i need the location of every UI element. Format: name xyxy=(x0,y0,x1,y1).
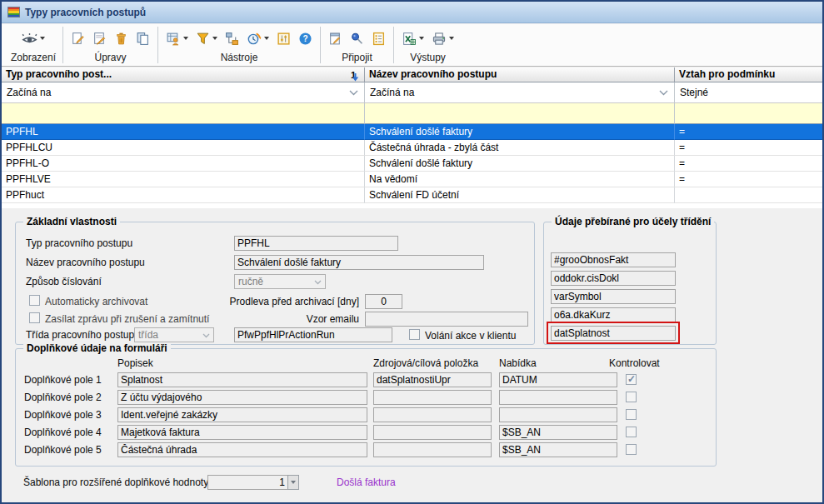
copy-record-icon xyxy=(136,32,150,46)
nabidka-field[interactable] xyxy=(499,442,617,457)
chevron-down-icon xyxy=(264,37,269,40)
popisek-field[interactable] xyxy=(117,407,367,422)
actions-button[interactable] xyxy=(165,31,189,47)
popisek-field[interactable] xyxy=(117,425,367,440)
records-grid: Typ pracovního post... 1 Název pracovníh… xyxy=(2,67,822,208)
popisek-field[interactable] xyxy=(117,390,367,405)
table-row[interactable]: PPFHLVE Na vědomí = xyxy=(2,172,822,187)
field-label: Doplňkové pole 4 xyxy=(24,425,102,440)
filter-input-vztah[interactable] xyxy=(675,103,822,124)
table-row[interactable]: PPFHL Schválení došlé faktury = xyxy=(2,124,822,140)
kontrolovat-checkbox[interactable] xyxy=(626,409,637,420)
nazev-postupu-field[interactable] xyxy=(234,255,484,270)
sort-indicator: 1 xyxy=(351,68,356,82)
auto-archivovat-checkbox[interactable] xyxy=(29,295,40,306)
column-header-typ[interactable]: Typ pracovního post... 1 xyxy=(2,67,365,82)
print-button[interactable] xyxy=(431,31,455,47)
filter-button[interactable] xyxy=(195,31,218,47)
column-label: Zdrojová/cílová položka xyxy=(373,356,478,371)
filter-operator-typ[interactable]: Začíná na xyxy=(2,82,365,103)
group-title: Doplňkové údaje na formuláři xyxy=(23,342,171,354)
column-header-vztah[interactable]: Vztah pro podmínku xyxy=(675,67,822,82)
checklist-button[interactable] xyxy=(371,31,387,47)
table-row[interactable]: PPFHLCU Částečná úhrada - zbylá část = xyxy=(2,140,822,156)
zdroj-field[interactable] xyxy=(373,372,492,387)
spinner-button[interactable] xyxy=(287,475,299,490)
kontrolovat-checkbox[interactable] xyxy=(626,444,637,455)
toolbar-group-label: Zobrazení xyxy=(11,52,56,65)
filter-funnel-icon xyxy=(196,32,210,46)
filter-operator-vztah[interactable]: Stejné xyxy=(675,82,822,103)
field-label: Doplňkové pole 2 xyxy=(24,390,102,405)
checkbox-label: Zasílat zprávu při zrušení a zamítnutí xyxy=(45,312,209,327)
zdroj-field[interactable] xyxy=(373,425,492,440)
sorting-item-field[interactable] xyxy=(551,271,676,286)
field-label: Doplňkové pole 5 xyxy=(24,442,102,457)
field-label: Typ pracovního postupu xyxy=(26,236,132,251)
copy-record-button[interactable] xyxy=(135,31,151,47)
zdroj-field[interactable] xyxy=(373,407,492,422)
popisek-field[interactable] xyxy=(117,372,367,387)
settings-button[interactable] xyxy=(276,31,292,47)
field-label: Doplňkové pole 1 xyxy=(24,372,102,387)
field-label: Způsob číslování xyxy=(26,274,102,289)
history-clock-icon xyxy=(247,32,262,46)
sorting-item-field[interactable] xyxy=(551,289,676,304)
toolbar-separator xyxy=(393,27,394,63)
settings-sliders-icon xyxy=(277,32,291,46)
field-label: Název pracovního postupu xyxy=(26,255,145,270)
kontrolovat-checkbox[interactable] xyxy=(626,392,637,402)
zdroj-field[interactable] xyxy=(373,442,492,457)
zdroj-field[interactable] xyxy=(373,390,492,405)
delete-record-button[interactable] xyxy=(113,31,129,47)
nabidka-field[interactable] xyxy=(499,372,617,387)
chevron-down-icon xyxy=(419,37,424,40)
chevron-down-icon xyxy=(349,90,358,96)
volani-akce-checkbox[interactable] xyxy=(409,329,420,340)
field-label: Třída pracovního postupu xyxy=(26,327,140,342)
prodleva-field[interactable] xyxy=(365,294,402,309)
relations-icon xyxy=(225,32,239,46)
pin-icon xyxy=(350,32,364,46)
nabidka-field[interactable] xyxy=(499,407,617,422)
help-button[interactable]: ? xyxy=(297,31,313,47)
note-button[interactable] xyxy=(327,31,343,47)
table-row[interactable]: PPFhuct Schválení FD účetní xyxy=(2,187,822,203)
sorting-item-field[interactable] xyxy=(551,252,676,267)
sablona-spinner-field[interactable] xyxy=(207,475,288,490)
trida-select[interactable]: třída xyxy=(134,327,214,342)
kontrolovat-checkbox[interactable] xyxy=(626,427,637,437)
chevron-down-icon xyxy=(659,90,668,96)
column-header-nazev[interactable]: Název pracovního postupu xyxy=(365,67,675,82)
popisek-field[interactable] xyxy=(117,442,367,457)
excel-export-button[interactable] xyxy=(401,31,425,47)
relations-button[interactable] xyxy=(224,31,240,47)
pin-button[interactable] xyxy=(349,31,365,47)
filter-input-typ[interactable] xyxy=(2,103,365,124)
trida-class-field[interactable] xyxy=(234,327,392,342)
history-button[interactable] xyxy=(246,31,270,47)
typ-postupu-field[interactable] xyxy=(234,236,398,251)
toolbar-group-vystupy: Výstupy xyxy=(395,24,461,66)
filter-operator-nazev[interactable]: Začíná na xyxy=(365,82,675,103)
nabidka-field[interactable] xyxy=(499,425,617,440)
nabidka-field[interactable] xyxy=(499,390,617,405)
vzor-emailu-field[interactable] xyxy=(365,312,528,327)
field-label: Vzor emailu xyxy=(192,312,359,327)
table-row[interactable]: PPFHL-O Schválení došlé faktury = xyxy=(2,156,822,172)
edit-record-button[interactable] xyxy=(92,31,107,47)
new-record-button[interactable] xyxy=(70,31,86,47)
kontrolovat-checkbox[interactable] xyxy=(626,374,637,385)
zasilat-zpravu-checkbox[interactable] xyxy=(29,312,40,323)
sorting-item-field[interactable] xyxy=(551,326,676,341)
sorting-item-field[interactable] xyxy=(551,307,676,322)
group-title: Údaje přebírané pro účely třídění xyxy=(552,216,714,227)
group-sorting-data: Údaje přebírané pro účely třídění xyxy=(543,222,717,345)
dosla-faktura-link[interactable]: Došlá faktura xyxy=(337,475,396,490)
view-button[interactable] xyxy=(21,31,46,47)
app-rainbow-icon xyxy=(7,7,20,17)
toolbar-separator xyxy=(320,27,321,63)
zpusob-cislovani-select[interactable]: ručně xyxy=(234,274,326,289)
filter-input-nazev[interactable] xyxy=(365,103,675,124)
chevron-down-icon xyxy=(183,37,188,40)
